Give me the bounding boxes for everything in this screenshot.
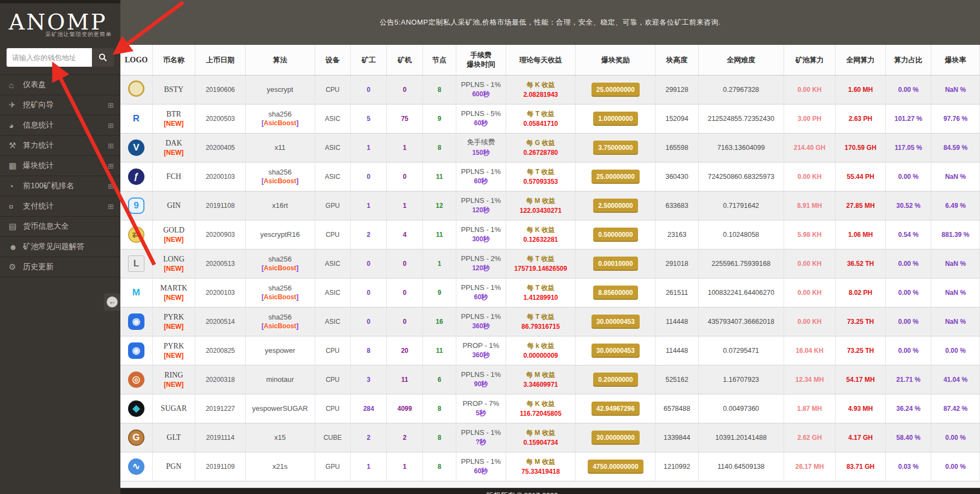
coin-name-cell: MARTK[NEW] — [152, 278, 195, 307]
table-row: ⇄GOLD[NEW]20200903yescryptR16CPU2411PPLN… — [120, 220, 980, 249]
hashrate-share: 36.24 % — [885, 394, 931, 423]
coin-name-cell: BTR[NEW] — [152, 104, 195, 133]
next-row-sliver — [120, 481, 980, 488]
income-unit-label: 每 M 收益 — [506, 457, 576, 467]
workers-count: 1 — [351, 133, 387, 162]
fee-blocktime-cell: PPLNS - 1%300秒 — [456, 220, 506, 249]
block-reward-badge: 4750.00000000 — [588, 460, 643, 474]
network-hashrate: 4.93 MH — [836, 394, 886, 423]
coin-name-cell: PYRK[NEW] — [152, 307, 195, 336]
new-tag: [NEW] — [153, 323, 195, 330]
income-unit-label: 每 T 收益 — [506, 312, 576, 322]
expand-plus-icon[interactable]: ⊞ — [108, 182, 114, 190]
daily-income-cell: 每 M 收益3.34609971 — [506, 365, 576, 394]
column-header: 设备 — [315, 45, 350, 75]
fee-blocktime-cell: PPLNS - 1%120秒 — [456, 191, 506, 220]
daily-income-cell: 每 T 收益86.79316715 — [506, 307, 576, 336]
wallet-address-input[interactable] — [7, 48, 92, 67]
expand-plus-icon[interactable]: ⊞ — [108, 202, 114, 211]
sidebar-item-2[interactable]: ✈挖矿向导⊞ — [0, 95, 120, 115]
network-hashrate: 83.71 GH — [836, 452, 886, 481]
network-hashrate: 27.85 MH — [836, 191, 886, 220]
coin-logo-cell: G — [120, 423, 152, 452]
sidebar-item-8[interactable]: ▤货币信息大全 — [0, 217, 120, 237]
list-date: 20200503 — [195, 104, 246, 133]
block-time: ?秒 — [456, 438, 506, 447]
search-button[interactable] — [92, 48, 114, 67]
fee-blocktime-cell: 免手续费150秒 — [456, 133, 506, 162]
income-value: 0.00000009 — [506, 352, 576, 359]
fee-blocktime-cell: PPLNS - 1%90秒 — [456, 365, 506, 394]
new-tag: [NEW] — [153, 120, 195, 127]
workers-count: 0 — [351, 162, 387, 191]
income-unit-label: 每 G 收益 — [506, 138, 576, 148]
network-hashrate: 2.63 PH — [836, 104, 886, 133]
algorithm-cell: sha256[AsicBoost] — [245, 162, 315, 191]
hashrate-share: 21.71 % — [885, 365, 931, 394]
block-height: 114448 — [656, 307, 698, 336]
glt-coin-logo: G — [128, 429, 144, 446]
fee-scheme: PROP - 1% — [456, 341, 506, 350]
expand-plus-icon[interactable]: ⊞ — [108, 101, 114, 109]
network-difficulty: 7163.13604099 — [698, 133, 784, 162]
block-reward-badge: 30.00000453 — [592, 344, 640, 358]
daily-income-cell: 每 k 收益0.00000009 — [506, 336, 576, 365]
sidebar-collapse-button[interactable]: ← — [104, 293, 120, 311]
expand-plus-icon[interactable]: ⊞ — [108, 162, 114, 170]
algorithm-cell: x11 — [245, 133, 315, 162]
device-type: ASIC — [315, 162, 350, 191]
rigs-count: 4 — [387, 220, 422, 249]
sidebar-item-4[interactable]: ⚒算力统计⊞ — [0, 136, 120, 156]
home-icon: ⌂ — [9, 80, 23, 90]
pool-hashrate: 0.00 KH — [784, 75, 836, 104]
algorithm-name: x15 — [246, 433, 315, 441]
sidebar-item-5[interactable]: ▦爆块统计⊞ — [0, 156, 120, 176]
table-row: ◉PYRK[NEW]20200825yespowerCPU82011PROP -… — [120, 336, 980, 365]
asicboost-tag: [AsicBoost] — [246, 177, 315, 185]
coin-logo-cell — [120, 75, 152, 104]
hashrate-share: 0.00 % — [885, 336, 931, 365]
expand-plus-icon[interactable]: ⊞ — [108, 121, 114, 130]
gin-coin-logo: 9 — [128, 197, 144, 214]
income-value: 2.08281943 — [506, 91, 576, 98]
hashrate-share: 101.27 % — [885, 104, 931, 133]
device-type: CPU — [315, 365, 350, 394]
fee-scheme: PPLNS - 1% — [456, 370, 506, 379]
block-height: 23163 — [656, 220, 698, 249]
network-hashrate: 8.02 PH — [836, 278, 886, 307]
fee-scheme: PPLNS - 1% — [456, 196, 506, 205]
sidebar: ANOMP 采矿池让繁琐变的更简单 ⌂仪表盘✈挖矿向导⊞◕信息统计⊞⚒算力统计⊞… — [0, 0, 120, 494]
table-row: ◆SUGAR20191227yespowerSUGARCPU28440998PR… — [120, 394, 980, 423]
block-time: 360秒 — [456, 351, 506, 360]
site-logo[interactable]: ANOMP 采矿池让繁琐变的更简单 — [0, 3, 120, 42]
block-height: 360430 — [656, 162, 698, 191]
device-type: CUBE — [315, 423, 350, 452]
wrench-icon: ⚒ — [9, 141, 23, 150]
block-reward-cell: 30.00000453 — [576, 307, 656, 336]
sidebar-item-3[interactable]: ◕信息统计⊞ — [0, 115, 120, 136]
sidebar-item-label: 仪表盘 — [23, 80, 114, 90]
network-hashrate: 55.44 PH — [836, 162, 886, 191]
block-height: 291018 — [656, 249, 698, 278]
sidebar-item-7[interactable]: ¤支付统计⊞ — [0, 196, 120, 217]
sidebar-item-6[interactable]: ◔前100矿机排名⊞ — [0, 176, 120, 196]
fee-scheme: PPLNS - 2% — [456, 254, 506, 263]
sidebar-item-label: 支付统计 — [23, 201, 108, 211]
algorithm-cell: sha256[AsicBoost] — [245, 104, 315, 133]
coin-name: DAK — [153, 139, 195, 148]
daily-income-cell: 每 G 收益0.26728780 — [506, 133, 576, 162]
income-unit-label: 每 T 收益 — [506, 254, 576, 264]
coin-name-cell: GLT — [152, 423, 195, 452]
hashrate-share: 58.40 % — [885, 423, 931, 452]
block-reward-cell: 0.50000000 — [576, 220, 656, 249]
rigs-count: 1 — [387, 191, 422, 220]
sidebar-item-9[interactable]: ☻矿池常见问题解答 — [0, 237, 120, 257]
device-type: ASIC — [315, 249, 350, 278]
network-hashrate: 1.60 MH — [836, 75, 886, 104]
block-reward-cell: 8.85600000 — [576, 278, 656, 307]
expand-plus-icon[interactable]: ⊞ — [108, 142, 114, 150]
column-header: 算力占比 — [885, 45, 931, 75]
network-hashrate: 170.59 GH — [836, 133, 886, 162]
sidebar-item-10[interactable]: ⚙历史更新 — [0, 257, 120, 277]
sidebar-item-1[interactable]: ⌂仪表盘 — [0, 75, 120, 95]
